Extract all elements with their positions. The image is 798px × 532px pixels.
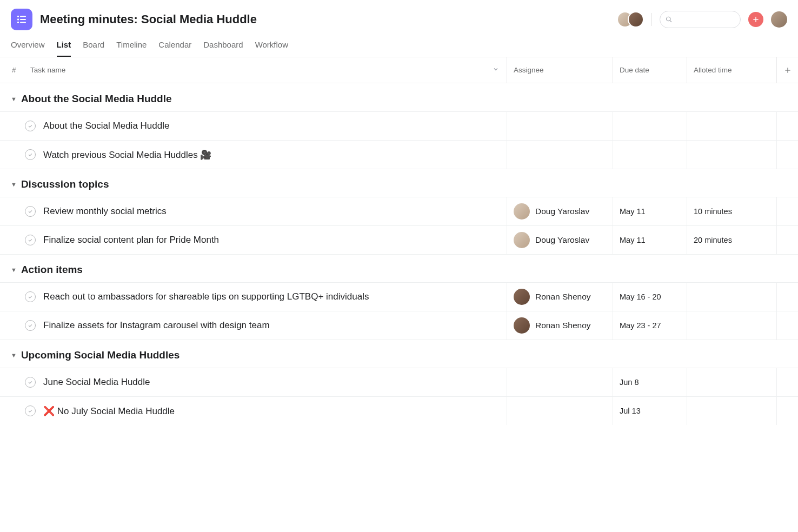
section-title-label: Action items [21,264,83,276]
task-time-cell[interactable]: 10 minutes [687,197,776,225]
due-date-value: May 11 [620,236,646,244]
due-date-value: May 11 [620,207,646,216]
svg-point-6 [667,17,670,21]
task-end-cell [776,397,798,425]
section-title[interactable]: ▼Discussion topics [0,169,798,197]
column-assignee[interactable]: Assignee [507,57,613,83]
complete-checkbox[interactable] [25,206,36,217]
complete-checkbox[interactable] [25,291,36,302]
due-date-value: Jul 13 [620,407,641,415]
task-due-cell[interactable]: May 16 - 20 [613,283,687,311]
complete-checkbox[interactable] [25,235,36,245]
task-time-cell[interactable] [687,112,776,140]
caret-down-icon[interactable]: ▼ [11,96,17,102]
tab-dashboard[interactable]: Dashboard [203,40,243,57]
chevron-down-icon[interactable] [493,66,499,74]
svg-line-7 [670,21,671,22]
column-due-date[interactable]: Due date [613,57,687,83]
task-row[interactable]: Review monthly social metricsDoug Yarosl… [0,197,798,226]
task-due-cell[interactable] [613,112,687,140]
caret-down-icon[interactable]: ▼ [11,267,17,273]
task-end-cell [776,283,798,311]
complete-checkbox[interactable] [25,320,36,331]
task-assignee-cell[interactable] [507,141,613,169]
task-name: About the Social Media Huddle [43,121,169,131]
due-date-value: May 16 - 20 [620,292,661,301]
column-task-name[interactable]: Task name [22,66,507,74]
avatar [514,232,530,248]
tab-overview[interactable]: Overview [11,40,45,57]
avatar [514,203,530,220]
task-assignee-cell[interactable]: Doug Yaroslav [507,197,613,225]
task-assignee-cell[interactable] [507,397,613,425]
tab-workflow[interactable]: Workflow [255,40,288,57]
assignee-name: Doug Yaroslav [535,235,589,245]
section-title[interactable]: ▼Action items [0,254,798,282]
search-input-container[interactable] [660,11,741,28]
task-name: Watch previous Social Media Huddles 🎥 [43,149,211,161]
caret-down-icon[interactable]: ▼ [11,352,17,358]
column-allotted-time[interactable]: Alloted time [687,57,776,83]
add-column-button[interactable] [776,57,798,83]
task-assignee-cell[interactable] [507,368,613,396]
tab-calendar[interactable]: Calendar [158,40,191,57]
complete-checkbox[interactable] [25,377,36,388]
task-assignee-cell[interactable]: Ronan Shenoy [507,311,613,340]
task-name: Reach out to ambassadors for shareable t… [43,291,369,302]
task-end-cell [776,112,798,140]
caret-down-icon[interactable]: ▼ [11,181,17,188]
avatar [514,289,530,305]
assignee-name: Ronan Shenoy [535,321,591,330]
task-time-cell[interactable] [687,397,776,425]
task-name: Finalize social content plan for Pride M… [43,235,219,245]
task-end-cell [776,368,798,396]
task-name: Review monthly social metrics [43,206,167,217]
section-title[interactable]: ▼About the Social Media Huddle [0,83,798,111]
task-assignee-cell[interactable] [507,112,613,140]
profile-avatar[interactable] [771,11,787,28]
search-input[interactable] [673,15,735,24]
section-title[interactable]: ▼Upcoming Social Media Huddles [0,340,798,368]
plus-icon [784,66,792,74]
task-due-cell[interactable]: May 11 [613,226,687,254]
task-row[interactable]: Watch previous Social Media Huddles 🎥 [0,140,798,169]
task-due-cell[interactable]: May 23 - 27 [613,311,687,340]
tabs: OverviewListBoardTimelineCalendarDashboa… [0,30,798,57]
task-due-cell[interactable]: Jul 13 [613,397,687,425]
project-icon[interactable] [11,9,32,30]
task-row[interactable]: Finalize social content plan for Pride M… [0,225,798,255]
task-time-cell[interactable] [687,283,776,311]
task-time-cell[interactable] [687,368,776,396]
task-name: June Social Media Huddle [43,377,150,388]
tab-list[interactable]: List [57,40,71,57]
tab-timeline[interactable]: Timeline [116,40,147,57]
shared-avatars[interactable] [617,11,644,28]
task-assignee-cell[interactable]: Ronan Shenoy [507,283,613,311]
column-number: # [0,66,22,74]
task-row[interactable]: Reach out to ambassadors for shareable t… [0,282,798,311]
task-time-cell[interactable]: 20 minutes [687,226,776,254]
task-end-cell [776,141,798,169]
complete-checkbox[interactable] [25,405,36,416]
section-title-label: About the Social Media Huddle [21,93,172,105]
task-end-cell [776,311,798,340]
task-row[interactable]: June Social Media HuddleJun 8 [0,368,798,397]
task-due-cell[interactable] [613,141,687,169]
task-time-cell[interactable] [687,311,776,340]
svg-rect-5 [20,22,26,23]
task-row[interactable]: About the Social Media Huddle [0,111,798,141]
task-row[interactable]: ❌ No July Social Media HuddleJul 13 [0,396,798,425]
project-title: Meeting minutes: Social Media Huddle [40,12,609,26]
add-button[interactable] [748,12,763,27]
complete-checkbox[interactable] [25,121,36,131]
tab-board[interactable]: Board [83,40,104,57]
task-due-cell[interactable]: Jun 8 [613,368,687,396]
assignee-name: Ronan Shenoy [535,292,591,302]
task-assignee-cell[interactable]: Doug Yaroslav [507,226,613,254]
search-icon [666,16,673,23]
column-headers: # Task name Assignee Due date Alloted ti… [0,57,798,83]
task-time-cell[interactable] [687,141,776,169]
task-due-cell[interactable]: May 11 [613,197,687,225]
complete-checkbox[interactable] [25,149,36,160]
task-row[interactable]: Finalize assets for Instagram carousel w… [0,311,798,340]
